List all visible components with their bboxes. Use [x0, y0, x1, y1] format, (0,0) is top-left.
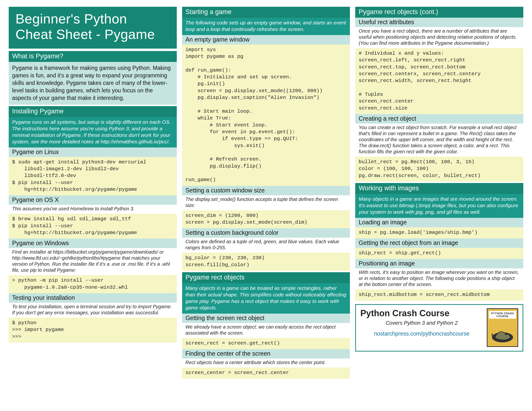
rect-attrs-code: # Individual x and y values: screen_rect… — [355, 48, 523, 114]
footer-link[interactable]: nostarchpress.com/pythoncrashcourse — [360, 330, 483, 337]
rect-attrs-desc: Once you have a rect object, there are a… — [355, 27, 523, 48]
windows-code: > python –m pip install --user pygame-1.… — [9, 275, 177, 293]
get-image-rect-code: ship_rect = ship.get_rect() — [355, 248, 523, 259]
create-rect-desc: You can create a rect object from scratc… — [355, 123, 523, 157]
window-size-code: screen_dim = (1200, 800) screen = pg.dis… — [182, 210, 350, 228]
cheat-sheet-page: Beginner's Python Cheat Sheet - Pygame W… — [9, 7, 523, 404]
images-desc: Many objects in a game are images that a… — [355, 194, 523, 218]
windows-desc: Find an installer at https://bitbucket.o… — [9, 248, 177, 275]
get-screen-rect-desc: We already have a screen object; we can … — [182, 323, 350, 338]
position-image-head: Positioning an image — [355, 259, 523, 268]
get-screen-rect-head: Getting the screen rect object — [182, 314, 350, 323]
rect-objects-desc: Many objects in a game can be treated as… — [182, 283, 350, 314]
load-image-code: ship = pg.image.load('images/ship.bmp') — [355, 227, 523, 238]
windows-head: Pygame on Windows — [9, 239, 177, 248]
empty-window-code: import sys import pygame as pg def run_g… — [182, 45, 350, 186]
window-size-head: Setting a custom window size — [182, 186, 350, 195]
title-line-2: Cheat Sheet - Pygame — [16, 27, 170, 42]
find-center-code: screen_center = screen_rect.center — [182, 367, 350, 379]
column-1: Beginner's Python Cheat Sheet - Pygame W… — [9, 7, 177, 404]
title-line-1: Beginner's Python — [16, 11, 170, 27]
osx-head: Pygame on OS X — [9, 195, 177, 205]
get-screen-rect-code: screen_rect = screen.get_rect() — [182, 338, 350, 349]
footer-title: Python Crash Course — [360, 308, 483, 318]
window-size-desc: The display.set_mode() function accepts … — [182, 195, 350, 210]
position-image-code: ship_rect.midbottom = screen_rect.midbot… — [355, 290, 523, 300]
footer-card: Python Crash Course Covers Python 3 and … — [355, 304, 523, 352]
main-title: Beginner's Python Cheat Sheet - Pygame — [9, 7, 177, 49]
starting-game-head: Starting a game — [182, 7, 350, 18]
bg-color-head: Setting a custom background color — [182, 228, 350, 238]
osx-code: $ brew install hg sdl sdl_image sdl_ttf … — [9, 214, 177, 239]
testing-head: Testing your installation — [9, 293, 177, 303]
empty-window-head: An empty game window — [182, 35, 350, 45]
linux-head: Pygame on Linux — [9, 148, 177, 157]
create-rect-code: bullet_rect = pg.Rect(100, 100, 3, 15) c… — [355, 157, 523, 182]
installing-desc: Pygame runs on all systems, but setup is… — [9, 117, 177, 148]
load-image-head: Loading an image — [355, 218, 523, 227]
footer-subtitle: Covers Python 3 and Python 2 — [360, 320, 483, 326]
column-2: Starting a game The following code sets … — [182, 7, 350, 404]
bg-color-desc: Colors are defined as a tuple of red, gr… — [182, 238, 350, 253]
find-center-head: Finding the center of the screen — [182, 349, 350, 359]
linux-code: $ sudo apt-get install python3-dev mercu… — [9, 157, 177, 196]
testing-code: $ python >>> import pygame >>> — [9, 318, 177, 343]
find-center-desc: Rect objects have a center attribute whi… — [182, 359, 350, 367]
book-art-icon — [490, 324, 515, 344]
svg-point-1 — [505, 333, 507, 335]
images-head: Working with images — [355, 183, 523, 194]
bg-color-code: bg_color = (230, 230, 230) screen.fill(b… — [182, 253, 350, 271]
osx-desc: This assumes you've used Homebrew to ins… — [9, 205, 177, 214]
installing-head: Installing Pygame — [9, 106, 177, 117]
footer-text: Python Crash Course Covers Python 3 and … — [360, 308, 483, 337]
starting-game-desc: The following code sets up an empty game… — [182, 18, 350, 35]
get-image-rect-head: Getting the rect object from an image — [355, 238, 523, 248]
rect-objects-head: Pygame rect objects — [182, 272, 350, 283]
rect-attrs-head: Useful rect attributes — [355, 18, 523, 27]
create-rect-head: Creating a rect object — [355, 114, 523, 123]
what-is-pygame-body: Pygame is a framework for making games u… — [9, 62, 177, 105]
column-3: Pygame rect objects (cont.) Useful rect … — [355, 7, 523, 404]
rect-cont-head: Pygame rect objects (cont.) — [355, 7, 523, 18]
what-is-pygame-head: What is Pygame? — [9, 51, 177, 62]
testing-desc: To test your installation, open a termin… — [9, 303, 177, 318]
book-cover-icon: PYTHON CRASH COURSE — [487, 308, 518, 347]
book-cover-label: PYTHON CRASH COURSE — [489, 311, 516, 319]
position-image-desc: With rects, it's easy to position an ima… — [355, 268, 523, 290]
